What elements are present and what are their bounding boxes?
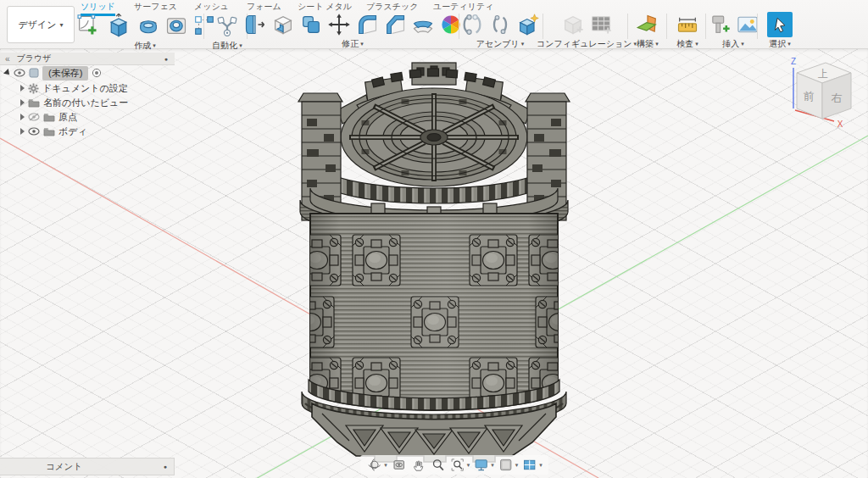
expand-arrow-icon[interactable]	[20, 128, 25, 135]
model-viewport[interactable]: 上 前 右 Z X « ブラウザ ● (未保存)	[0, 49, 868, 478]
viewcube-top-label: 上	[818, 68, 828, 80]
new-component-icon	[516, 13, 540, 36]
tree-item-label: ドキュメントの設定	[42, 82, 128, 95]
tree-item-document-settings[interactable]: ドキュメントの設定	[20, 81, 128, 95]
eye-visible-icon[interactable]	[14, 69, 25, 77]
tree-root-document[interactable]: (未保存)	[5, 66, 102, 80]
browser-options-icon[interactable]: ●	[164, 56, 168, 62]
chevron-down-icon[interactable]: ▾	[384, 462, 387, 469]
viewports-icon	[522, 458, 537, 472]
group-configuration-label[interactable]: コンフィギュレーション▾	[537, 38, 637, 50]
group-insert-label[interactable]: 挿入▾	[722, 38, 744, 50]
create-sketch-button[interactable]	[73, 11, 102, 40]
look-at-tool-button[interactable]	[390, 457, 408, 474]
tree-item-origin[interactable]: 原点	[20, 110, 77, 124]
select-tool-button[interactable]	[767, 12, 793, 37]
tree-item-named-views[interactable]: 名前の付いたビュー	[20, 96, 128, 109]
offset-face-button[interactable]	[270, 12, 296, 37]
press-pull-icon	[243, 13, 267, 36]
group-assemble-label[interactable]: アセンブリ▾	[476, 38, 525, 50]
measure-button[interactable]	[675, 12, 700, 37]
chevron-down-icon: ▾	[655, 41, 659, 47]
expand-arrow-icon[interactable]	[20, 85, 25, 92]
folder-icon	[28, 98, 40, 108]
insert-derive-button[interactable]	[707, 12, 732, 37]
tree-item-label: 原点	[58, 111, 77, 124]
group-assemble: アセンブリ▾	[461, 12, 539, 49]
pan-tool-button[interactable]	[409, 457, 427, 474]
chevron-down-icon: ▾	[60, 21, 64, 29]
activate-radio-icon[interactable]	[92, 68, 102, 78]
grid-settings-button[interactable]	[497, 457, 515, 474]
revolve-button[interactable]	[136, 13, 161, 38]
chevron-down-icon: ▾	[741, 41, 744, 47]
eye-hidden-icon[interactable]	[28, 113, 40, 121]
navigation-bar: ▾	[360, 455, 548, 475]
toolbar-separator	[757, 14, 758, 39]
shell-icon	[411, 13, 435, 36]
chevron-down-icon: ▾	[153, 42, 156, 49]
zoom-tool-button[interactable]	[429, 457, 447, 474]
view-cube[interactable]: 上 前 右 Z X	[780, 51, 868, 139]
browser-panel-header[interactable]: « ブラウザ ●	[0, 53, 175, 65]
group-construct-label[interactable]: 構築▾	[637, 38, 659, 50]
group-automate-label[interactable]: 自動化▾	[212, 40, 242, 52]
group-automate: 自動化▾	[209, 12, 246, 49]
gear-icon	[28, 83, 39, 94]
hole-button[interactable]	[164, 13, 189, 38]
chevron-down-icon: ▾	[239, 42, 242, 49]
as-built-joint-button[interactable]	[487, 12, 513, 37]
group-inspect-label[interactable]: 検査▾	[676, 38, 698, 50]
chevron-down-icon[interactable]: ▾	[515, 462, 519, 469]
orbit-tool-button[interactable]	[365, 457, 383, 474]
chevron-down-icon[interactable]: ▾	[491, 462, 494, 469]
chevron-down-icon: ▾	[695, 41, 698, 47]
expand-arrow-icon[interactable]	[20, 99, 25, 106]
chevron-down-icon[interactable]: ▾	[539, 462, 542, 469]
extrude-icon	[106, 13, 131, 38]
chevron-down-icon: ▾	[360, 41, 364, 47]
pan-hand-icon	[411, 459, 425, 472]
expand-arrow-icon[interactable]	[20, 114, 25, 120]
eye-visible-icon[interactable]	[28, 127, 40, 136]
model-3d-body[interactable]	[280, 56, 585, 464]
joint-button[interactable]	[459, 12, 485, 37]
toolbar-separator	[203, 14, 204, 39]
viewports-button[interactable]	[520, 457, 538, 474]
shell-button[interactable]	[410, 12, 436, 37]
chevron-down-icon: ▾	[521, 41, 525, 47]
display-settings-button[interactable]	[472, 457, 490, 474]
fillet-icon	[355, 13, 379, 36]
expand-arrow-icon[interactable]	[3, 69, 12, 77]
offset-face-icon	[271, 13, 295, 36]
toolbar-separator	[627, 14, 628, 39]
chevron-down-icon[interactable]: ▾	[467, 462, 470, 469]
move-copy-button[interactable]	[326, 12, 352, 37]
group-modify-label[interactable]: 修正▾	[342, 38, 364, 50]
insert-canvas-button[interactable]	[735, 12, 760, 37]
extrude-button[interactable]	[104, 11, 133, 40]
comments-panel-bar[interactable]: コメント ●	[0, 458, 175, 475]
fusion360-app-window: デザイン ▾ ソリッド サーフェス メッシュ フォーム シート メタル プラスチ…	[0, 0, 868, 478]
fillet-button[interactable]	[354, 12, 380, 37]
document-cube-icon	[29, 68, 39, 78]
automate-button[interactable]	[213, 11, 242, 40]
construct-plane-button[interactable]	[635, 12, 660, 37]
comments-options-icon[interactable]: ●	[164, 464, 167, 470]
new-component-button[interactable]	[515, 12, 541, 37]
combine-button[interactable]	[298, 12, 324, 37]
select-cursor-icon	[768, 13, 792, 36]
construct-plane-icon	[636, 13, 659, 36]
zoom-window-tool-button[interactable]	[448, 457, 466, 474]
configure-button	[560, 12, 586, 37]
chamfer-button[interactable]	[382, 12, 408, 37]
document-name-badge[interactable]: (未保存)	[42, 66, 88, 81]
group-select-label[interactable]: 選択▾	[769, 38, 791, 50]
browser-collapse-icon[interactable]: «	[5, 54, 10, 64]
press-pull-button[interactable]	[242, 12, 268, 37]
tree-item-bodies[interactable]: ボディ	[20, 125, 87, 138]
toolbar-separator	[666, 14, 667, 39]
tree-item-label: ボディ	[58, 125, 87, 138]
group-create-label[interactable]: 作成▾	[134, 40, 156, 52]
revolve-icon	[136, 14, 160, 37]
